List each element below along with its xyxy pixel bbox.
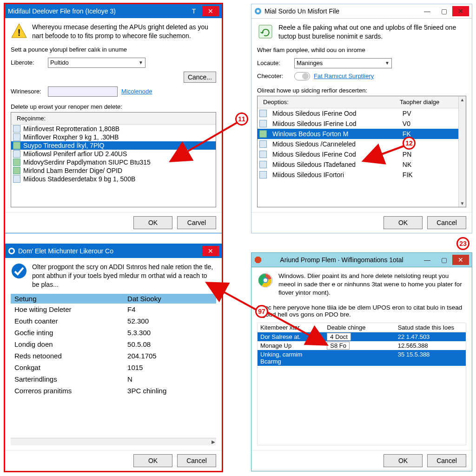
table-row: Hoe witing DeleterF4 — [11, 304, 216, 315]
list-item[interactable]: Miinflover Roxpher 9 kg 1, .30HB — [11, 133, 216, 141]
svg-point-6 — [10, 249, 13, 253]
ok-button[interactable]: OK — [133, 216, 172, 229]
svg-marker-8 — [255, 257, 261, 263]
col-setting: Setung — [11, 294, 124, 304]
chrome-icon — [257, 272, 274, 289]
recovery-list[interactable]: Reçoinme: Miinfiovest Reprotteration 1,8… — [11, 112, 216, 207]
table-row[interactable]: Monage Up S8 Fo 12.565.388 — [258, 341, 466, 350]
list-label: Olireat howe up sidcing rerfior descerte… — [257, 87, 466, 94]
svg-text:!: ! — [18, 27, 21, 38]
inline-edit[interactable]: 4 Doct — [327, 333, 351, 341]
list-item[interactable]: Miidous Siledous ITadefanedNK — [258, 159, 458, 170]
scroll-up-icon[interactable]: ▲ — [459, 96, 466, 103]
warning-message: Whereyou rmecase deserting the APUs grig… — [32, 23, 216, 40]
inline-edit[interactable]: S8 Fo — [327, 342, 350, 350]
titlebar[interactable]: Dom' Elet Miichunter Likerour Co ✕ — [5, 244, 222, 258]
warning-icon: ! — [11, 23, 27, 40]
close-button[interactable]: ✕ — [452, 255, 469, 265]
list-item[interactable]: Miidous Siledous IFortoriFIK — [258, 170, 458, 180]
list-item[interactable]: Miinfiovest Reprotteration 1,808B — [11, 125, 216, 133]
cancel-button[interactable]: Cancel — [427, 216, 466, 229]
location-select[interactable]: Maninges ▼ — [294, 58, 392, 68]
list-label: Delete up erowt your renoper men delete: — [11, 103, 216, 110]
file-icon — [13, 142, 20, 149]
liberate-label: Liberote: — [11, 59, 44, 66]
table-row[interactable]: Dor Salrese at. 4 Doct 22 1.47.503 — [258, 332, 466, 341]
cancel-button[interactable]: Carvel — [177, 216, 216, 229]
maximize-button[interactable]: ▢ — [436, 255, 452, 265]
window-icon — [259, 110, 267, 117]
titlebar[interactable]: Mial Sordo Un Misfort File — ▢ ✕ — [251, 4, 472, 19]
col-change[interactable]: Deable chinge — [324, 323, 395, 332]
maximize-button[interactable]: ▢ — [436, 6, 452, 16]
witnesore-link[interactable]: Micolenode — [121, 88, 152, 95]
svg-point-7 — [12, 264, 26, 278]
col-item[interactable]: Kitembeer xtar. — [258, 323, 324, 332]
file-icon — [13, 167, 20, 174]
ok-button[interactable]: OK — [383, 454, 423, 467]
col-value: Dat Siooky — [124, 294, 216, 304]
subhead-text: Sett a pounce ylorupl befirer calık in u… — [11, 46, 216, 53]
list-item[interactable]: Winlows Bedous Forton MFK — [258, 129, 458, 139]
scrollbar-horizontal[interactable]: ▶ — [11, 438, 216, 445]
checoter-toggle[interactable] — [294, 72, 310, 80]
app-icon — [254, 7, 262, 15]
list-item[interactable]: Miiofiowsl Peniferf arfior UD 2.40US — [11, 150, 216, 158]
titlebar[interactable]: Ariund Promp Flem · Wiflingomations 1ota… — [251, 253, 472, 267]
app-icon — [8, 247, 15, 255]
cance-button[interactable]: Cance... — [184, 72, 216, 83]
list-item[interactable]: Midous Siedous /CarıneleledFK — [258, 139, 458, 149]
scrollbar-vertical[interactable]: ▲ ▼ — [458, 96, 466, 207]
list-item[interactable]: Mirlond Lbam Bernder Dige/ OPID — [11, 166, 216, 175]
help-button[interactable]: T — [185, 6, 202, 16]
list-item[interactable]: Midous Siledous IFerine CodPN — [258, 149, 458, 159]
window-icon — [259, 140, 267, 148]
table-row: SarterindlingsN — [11, 373, 216, 385]
settings-table: Setung Dat Siooky Hoe witing DeleterF4 E… — [11, 294, 216, 397]
window-icon — [259, 171, 267, 178]
col-type: Taopher dialge — [397, 98, 456, 106]
window-icon — [259, 161, 267, 168]
list-header-name: Reçoinme: — [14, 114, 213, 123]
col-status[interactable]: Satud stade this Ioes — [395, 323, 466, 332]
stop-icon — [254, 256, 262, 264]
witnesore-label: Wirinesore: — [11, 88, 44, 95]
change-grid: Kitembeer xtar. Deable chinge Satud stad… — [257, 323, 466, 445]
table-row: Conkgat1015 — [11, 362, 216, 373]
info-message: Reele a file paking what out one and upl… — [278, 23, 466, 41]
list-item[interactable]: Suypo Tireedured İkyl, 7PlQ — [11, 141, 216, 150]
liberate-value: Pultido — [50, 59, 69, 66]
chevron-down-icon: ▼ — [385, 60, 390, 66]
table-row[interactable]: Unking, carmim Bcarmg 35 15.5.388 — [258, 350, 466, 366]
cancel-button[interactable]: Cancel — [427, 454, 466, 467]
table-row: Eouth coanter52.300 — [11, 315, 216, 327]
ok-button[interactable]: OK — [383, 216, 423, 229]
titlebar[interactable]: Midifaul Deelover File fron (Iceloye 3) … — [5, 4, 222, 18]
info-message: Windows. Dlier poaint its and hore delet… — [278, 272, 466, 298]
witnesore-input[interactable] — [48, 86, 118, 97]
close-button[interactable]: ✕ — [202, 6, 219, 16]
liberate-select[interactable]: Pultido ▼ — [48, 58, 145, 68]
dialog-settings-summary: Dom' Elet Miichunter Likerour Co ✕ Olter… — [5, 244, 222, 471]
list-item[interactable]: Miidous Siledous IFerine LodV0 — [258, 119, 458, 129]
svg-point-3 — [257, 10, 259, 13]
scroll-down-icon[interactable]: ▼ — [459, 200, 466, 207]
chevron-down-icon: ▼ — [139, 60, 143, 65]
annotation-marker-23: 23 — [456, 237, 469, 250]
dialog-file-recovery-2: Mial Sordo Un Misfort File — ▢ ✕ Reele a… — [251, 4, 472, 233]
list-item[interactable]: Miidous Staddeserdetabx 9 bg 1, 500B — [11, 175, 216, 183]
restore-icon — [257, 23, 274, 40]
close-button[interactable]: ✕ — [202, 246, 219, 256]
summary-link[interactable]: Fat Ramıcut Surptliery — [314, 73, 374, 79]
file-icon — [13, 150, 20, 158]
cancel-button[interactable]: Cancel — [177, 454, 216, 467]
ok-button[interactable]: OK — [133, 454, 172, 467]
svg-point-11 — [264, 278, 267, 282]
dialog-prompt-info: Ariund Promp Flem · Wiflingomations 1ota… — [251, 252, 472, 471]
scroll-right-icon[interactable]: ▶ — [211, 438, 216, 445]
minimize-button[interactable]: — — [419, 6, 436, 16]
minimize-button[interactable]: — — [419, 255, 436, 265]
list-item[interactable]: MidovySerdinr Papdlymatıon SIUPC Btu315 — [11, 158, 216, 166]
close-button[interactable]: ✕ — [452, 6, 469, 16]
list-item[interactable]: Midous Siledous IFerine OodPV — [258, 108, 458, 119]
